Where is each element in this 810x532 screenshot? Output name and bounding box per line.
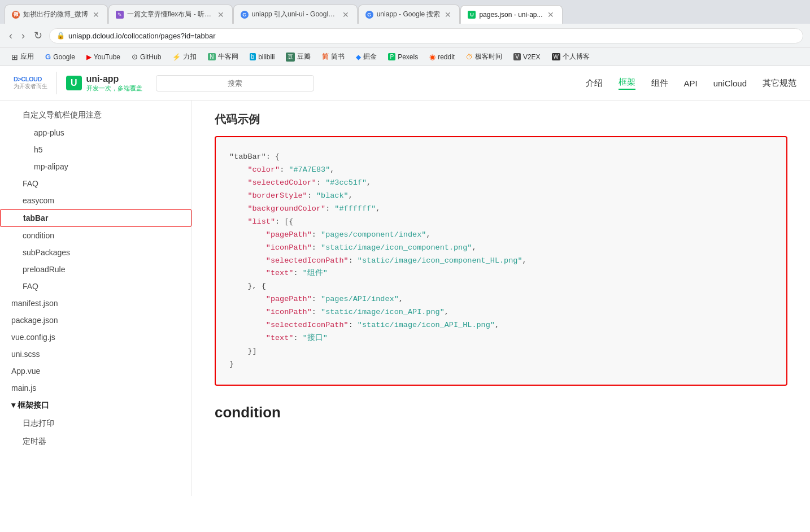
nav-framework[interactable]: 框架 [619,77,635,90]
bookmark-reddit[interactable]: ◉ reddit [425,51,459,63]
sidebar-item-framework-api[interactable]: ▾ 框架接口 [0,396,191,415]
sidebar-item-timer[interactable]: 定时器 [0,433,191,451]
code-line-15: }] [229,345,773,358]
sidebar-item-app-vue[interactable]: App.vue [0,363,191,380]
sidebar-item-condition[interactable]: condition [0,227,191,244]
sidebar-item-mp-alipay[interactable]: mp-alipay [0,158,191,175]
bookmark-label-douban: 豆瓣 [297,52,311,62]
sidebar-item-subpackages[interactable]: subPackages [0,244,191,261]
bookmark-youtube[interactable]: ▶ YouTube [82,51,125,63]
sidebar-item-preloadrule[interactable]: preloadRule [0,261,191,278]
pexels-icon: P [388,53,395,60]
bookmark-juejin[interactable]: ◆ 掘金 [351,50,381,63]
sidebar-item-vue-config[interactable]: vue.config.js [0,329,191,346]
tab-bar: 微 如祺出行的微博_微博 ✕ ✎ 一篇文章弄懂flex布局 - 听风是风 ✕ G… [0,0,810,24]
bookmark-douban[interactable]: 豆 豆瓣 [281,50,315,63]
sidebar-item-h5[interactable]: h5 [0,141,191,158]
tab-close-google2[interactable]: ✕ [443,10,452,19]
bookmark-label-youtube: YouTube [94,53,120,61]
tab-flex[interactable]: ✎ 一篇文章弄懂flex布局 - 听风是风 ✕ [108,5,233,24]
tab-favicon-google1: G [241,11,249,19]
dcloud-logo-block: D>CLOUD 为开发者而生 [14,76,47,90]
nav-api[interactable]: API [684,79,698,88]
leetcode-icon: ⚡ [172,53,181,61]
blog-icon: W [552,53,560,60]
divider [56,72,57,94]
bookmark-nowcoder[interactable]: N 牛客网 [203,50,242,63]
nav-other[interactable]: 其它规范 [763,78,796,89]
bookmark-google[interactable]: G Google [41,51,80,63]
sidebar-item-log[interactable]: 日志打印 [0,415,191,433]
bookmark-bilibili[interactable]: b bilibili [245,51,280,63]
google-icon: G [45,53,51,61]
bookmark-leetcode[interactable]: ⚡ 力扣 [168,50,201,63]
youtube-icon: ▶ [86,53,92,61]
reload-button[interactable]: ↻ [32,27,45,44]
search-input[interactable] [156,75,314,91]
tab-favicon-flex: ✎ [116,11,124,19]
code-line-7: "iconPath": "static/image/icon_component… [229,242,773,255]
sidebar-item-uni-scss[interactable]: uni.scss [0,346,191,363]
content-area: 代码示例 "tabBar": { "color": "#7A7E83", "se… [192,101,810,496]
bookmark-label-github: GitHub [140,53,161,61]
code-line-13: "selectedIconPath": "static/image/icon_A… [229,319,773,332]
bookmark-blog[interactable]: W 个人博客 [547,50,594,63]
forward-button[interactable]: › [19,28,27,44]
nav-intro[interactable]: 介绍 [586,78,603,89]
tab-pages-json[interactable]: U pages.json - uni-ap... ✕ [460,5,562,24]
code-line-10: }, { [229,280,773,293]
sidebar-item-faq2[interactable]: FAQ [0,278,191,295]
bookmark-pexels[interactable]: P Pexels [384,51,423,63]
code-line-0: "tabBar": { [229,151,773,164]
sidebar-item-main-js[interactable]: main.js [0,380,191,396]
code-line-3: "borderStyle": "black", [229,190,773,203]
code-line-5: "list": [{ [229,216,773,229]
back-button[interactable]: ‹ [7,28,15,44]
bookmark-jianshu[interactable]: 简 简书 [317,50,349,63]
tab-close-weibo[interactable]: ✕ [92,10,101,19]
bookmark-apps[interactable]: ⊞ 应用 [7,50,38,63]
sidebar-item-manifest[interactable]: manifest.json [0,295,191,312]
sidebar-item-package[interactable]: package.json [0,312,191,329]
tab-title-google1: uniapp 引入uni-ui - Google 搜...} [252,10,338,19]
bookmark-label-pexels: Pexels [398,53,418,61]
tab-close-flex[interactable]: ✕ [216,10,225,19]
address-bar-row: ‹ › ↻ 🔒 uniapp.dcloud.io/collocation/pag… [0,24,810,47]
uniapp-title-block: uni-app 开发一次，多端覆盖 [86,74,142,93]
code-line-4: "backgroundColor": "#ffffff", [229,203,773,216]
nav-components[interactable]: 组件 [651,78,668,89]
bookmark-github[interactable]: ⊙ GitHub [127,51,166,63]
bookmark-label-apps: 应用 [20,52,34,62]
code-line-6: "pagePath": "pages/component/index", [229,229,773,242]
code-section-title: 代码示例 [215,112,787,127]
tab-favicon-weibo: 微 [12,11,20,19]
tab-title-weibo: 如祺出行的微博_微博 [23,10,88,19]
v2ex-icon: V [513,53,521,60]
code-line-11: "pagePath": "pages/API/index", [229,293,773,306]
address-bar[interactable]: 🔒 uniapp.dcloud.io/collocation/pages?id=… [49,28,803,43]
sidebar-item-easycom[interactable]: easycom [0,192,191,209]
bookmark-label-bilibili: bilibili [258,53,275,61]
tab-uniapp-google2[interactable]: G uniapp - Google 搜索 ✕ [358,5,460,24]
bookmark-geektime[interactable]: ⏱ 极客时间 [461,50,507,63]
uniapp-title: uni-app [86,74,142,84]
bookmark-v2ex[interactable]: V V2EX [509,51,545,63]
uniapp-logo-area: U uni-app 开发一次，多端覆盖 [66,74,142,93]
sidebar-item-custom-nav[interactable]: 自定义导航栏使用注意 [0,106,191,124]
main-nav: 介绍 框架 组件 API uniCloud 其它规范 [586,77,796,90]
code-block: "tabBar": { "color": "#7A7E83", "selecte… [215,136,787,386]
sidebar-item-tabbar[interactable]: tabBar [0,209,191,227]
bookmark-label-leetcode: 力扣 [183,52,197,62]
bookmark-label-blog: 个人博客 [563,52,590,62]
apps-icon: ⊞ [11,53,18,62]
tab-uniapp-google[interactable]: G uniapp 引入uni-ui - Google 搜...} ✕ [233,5,358,24]
sidebar-item-faq1[interactable]: FAQ [0,175,191,192]
tab-close-uniapp[interactable]: ✕ [546,10,555,19]
sidebar-item-app-plus[interactable]: app-plus [0,124,191,141]
tab-close-google1[interactable]: ✕ [341,10,350,19]
tab-weibo[interactable]: 微 如祺出行的微博_微博 ✕ [5,5,108,24]
lock-icon: 🔒 [56,32,65,40]
code-line-8: "selectedIconPath": "static/image/icon_c… [229,255,773,268]
bilibili-icon: b [250,53,256,60]
nav-unicloud[interactable]: uniCloud [713,79,747,88]
